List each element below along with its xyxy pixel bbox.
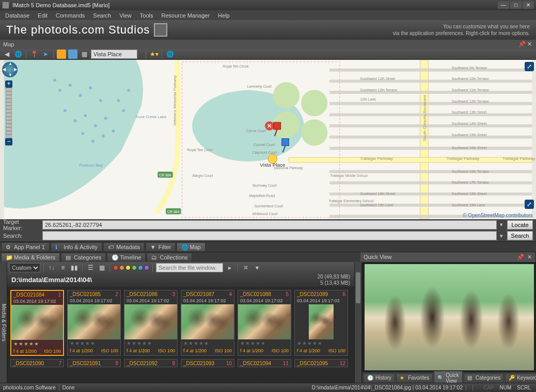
tab-info-activity[interactable]: ℹInfo & Activity — [51, 242, 102, 251]
menu-view[interactable]: View — [115, 11, 136, 20]
dropdown-icon[interactable]: ▾ — [253, 263, 262, 272]
menu-help[interactable]: Help — [214, 11, 234, 20]
view-list-icon[interactable]: ☰ — [86, 263, 95, 272]
thumb-rating[interactable]: ★★★★★ — [124, 339, 177, 347]
separator — [146, 50, 146, 58]
tab-timeline[interactable]: 🕑Timeline — [107, 253, 146, 262]
grid-icon[interactable]: ▦ — [80, 50, 89, 59]
back-icon[interactable]: ◀ — [2, 50, 11, 59]
thumbnail[interactable]: _DSC02109512 — [294, 359, 348, 367]
pan-east-icon[interactable]: ▶ — [14, 67, 17, 72]
thumbnail-grid: _DSC021084103.04.2014 19:17:02★★★★★f 4 a… — [7, 287, 354, 370]
thumb-rating[interactable]: ★★★★★ — [11, 340, 63, 348]
dot-red-icon[interactable] — [113, 265, 118, 270]
menu-search[interactable]: Search — [89, 11, 115, 20]
osm-link[interactable]: OpenStreetMap — [468, 213, 505, 218]
target-marker-input[interactable] — [42, 220, 497, 230]
maximize-button[interactable]: □ — [510, 2, 522, 9]
close-icon[interactable]: ✕ — [526, 41, 533, 47]
layout-select[interactable]: Custom — [9, 263, 40, 272]
qvtab-favorites[interactable]: ★Favorites — [396, 373, 433, 382]
thumbnail[interactable]: _DSC021084103.04.2014 19:17:02★★★★★f 4 a… — [10, 290, 64, 356]
map-search-input[interactable] — [91, 50, 137, 59]
expand-top-right-icon[interactable]: ⤢ — [525, 62, 534, 71]
map-canvas[interactable]: CR 884 CR 884 Pontoon Bay Trout Creek La… — [0, 60, 536, 219]
thumbnail[interactable]: _DSC021089603.04.2014 19:17:03★★★★★f 4 a… — [294, 290, 348, 356]
pan-south-icon[interactable]: ▼ — [8, 73, 12, 77]
thumbnail[interactable]: _DSC021085203.04.2014 19:17:02★★★★★f 4 a… — [67, 290, 121, 356]
sort-asc-icon[interactable]: ↑↓ — [47, 263, 56, 272]
menu-edit[interactable]: Edit — [34, 11, 52, 20]
side-tab-media-folders[interactable]: Media & Folders — [0, 262, 7, 383]
svg-text:Lamberty Court: Lamberty Court — [247, 85, 272, 89]
zoom-in-button[interactable]: + — [5, 80, 12, 88]
tab-app-panel[interactable]: ⚙App Panel 1 — [1, 242, 50, 251]
dot-green-icon[interactable] — [132, 265, 137, 270]
thumbnail[interactable]: _DSC02109411 — [238, 359, 291, 367]
tab-filter[interactable]: ▼Filter — [146, 242, 176, 251]
scrollbar-thumb[interactable] — [356, 272, 360, 303]
svg-rect-7 — [289, 157, 532, 162]
quickview-image-area[interactable] — [362, 262, 536, 372]
pan-west-icon[interactable]: ◀ — [3, 67, 6, 72]
thumb-rating[interactable]: ★★★★★ — [68, 339, 120, 347]
expand-bottom-right-icon[interactable]: ⤢ — [525, 200, 534, 209]
tab-media-folders[interactable]: 📁Media & Folders — [1, 253, 60, 262]
color-label-dots[interactable] — [113, 265, 149, 270]
tab-map[interactable]: 🌐Map — [177, 242, 205, 251]
clear-icon[interactable]: ✖ — [241, 263, 250, 272]
place-marker-icon[interactable]: 📍 — [29, 50, 39, 59]
search-button[interactable]: Search — [507, 231, 533, 240]
layer-b-icon[interactable] — [68, 50, 77, 59]
thumb-rating[interactable]: ★★★★★ — [295, 339, 348, 347]
thumb-size-icon[interactable]: ▮▮ — [70, 263, 79, 272]
menu-commands[interactable]: Commands — [52, 11, 89, 20]
bars-icon[interactable]: ≡ — [58, 263, 68, 272]
dot-yellow-icon[interactable] — [125, 265, 131, 270]
thumbnail[interactable]: _DSC0210918 — [67, 359, 121, 367]
globe2-icon[interactable]: 🌐 — [165, 50, 175, 59]
nav-wheel[interactable]: ▲ ▼ ▶ ◀ — [2, 62, 18, 77]
locate-button[interactable]: Locate — [507, 220, 533, 230]
zoom-slider[interactable]: + − — [6, 80, 11, 145]
pan-north-icon[interactable]: ▲ — [8, 61, 12, 66]
tab-categories[interactable]: ▤Categories — [61, 253, 106, 262]
dot-orange-icon[interactable] — [119, 265, 124, 270]
thumbnail[interactable]: _DSC0210929 — [124, 359, 178, 367]
menu-tools[interactable]: Tools — [136, 11, 157, 20]
minimize-button[interactable]: — — [498, 2, 509, 9]
favorite-icon[interactable]: ★▾ — [149, 50, 159, 59]
globe-icon[interactable]: 🌐 — [13, 50, 23, 59]
close-icon[interactable]: ✕ — [527, 254, 532, 260]
pin-icon[interactable]: 📌 — [518, 41, 526, 47]
qvtab-history[interactable]: 🕑History — [364, 373, 395, 382]
thumbnail[interactable]: _DSC0210907 — [10, 359, 64, 367]
close-button[interactable]: ✕ — [523, 2, 534, 9]
browser-scrollbar[interactable] — [354, 262, 361, 383]
menu-database[interactable]: Database — [1, 11, 34, 20]
tab-metadata[interactable]: 🏷Metadata — [103, 242, 145, 251]
direction-icon[interactable]: ➤ — [41, 50, 50, 59]
svg-text:Southwest 15th Street: Southwest 15th Street — [452, 133, 487, 137]
qvtab-keywords[interactable]: 🔑Keywords — [505, 373, 536, 382]
tab-collections[interactable]: 🗂Collections — [147, 253, 192, 262]
dot-purple-icon[interactable] — [144, 265, 149, 270]
map-search-field[interactable] — [42, 231, 497, 240]
thumbnail[interactable]: _DSC021088503.04.2014 19:17:02★★★★★f 4 a… — [238, 290, 291, 356]
menu-resource-manager[interactable]: Resource Manager — [157, 11, 214, 20]
dot-blue-icon[interactable] — [138, 265, 143, 270]
zoom-out-button[interactable]: − — [5, 138, 12, 145]
thumbnail[interactable]: _DSC021087403.04.2014 19:17:02★★★★★f 4 a… — [181, 290, 234, 356]
pin-icon[interactable]: 📌 — [517, 254, 524, 260]
svg-point-66 — [78, 94, 82, 97]
file-search-input[interactable] — [156, 263, 223, 272]
thumb-rating[interactable]: ★★★★★ — [181, 339, 234, 347]
thumb-rating[interactable]: ★★★★★ — [238, 339, 291, 347]
search-go-icon[interactable]: ▸ — [225, 263, 234, 272]
gear-icon: ⚙ — [6, 244, 12, 250]
view-grid-icon[interactable]: ▦ — [97, 263, 106, 272]
thumbnail[interactable]: _DSC021086303.04.2014 19:17:02★★★★★f 4 a… — [124, 290, 178, 356]
layer-a-icon[interactable] — [57, 50, 66, 59]
thumbnail[interactable]: _DSC02109310 — [181, 359, 234, 367]
qvtab-categories[interactable]: ▤Categories — [464, 373, 504, 382]
